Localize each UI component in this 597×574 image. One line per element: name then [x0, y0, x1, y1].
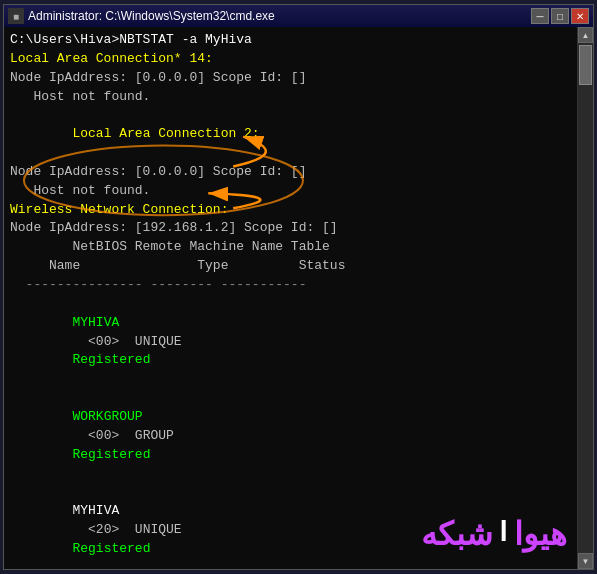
- window-title: Administrator: C:\Windows\System32\cmd.e…: [28, 9, 275, 23]
- maximize-button[interactable]: □: [551, 8, 569, 24]
- watermark-latin: هیوا: [514, 511, 567, 557]
- close-button[interactable]: ✕: [571, 8, 589, 24]
- scrollbar[interactable]: ▲ ▼: [577, 27, 593, 569]
- scroll-down-button[interactable]: ▼: [578, 553, 593, 569]
- scroll-thumb[interactable]: [579, 45, 592, 85]
- title-bar: ■ Administrator: C:\Windows\System32\cmd…: [4, 5, 593, 27]
- watermark: شبکه ا هیوا: [421, 511, 567, 557]
- watermark-separator: ا: [495, 514, 512, 555]
- scroll-track[interactable]: [578, 43, 593, 553]
- cmd-window: ■ Administrator: C:\Windows\System32\cmd…: [3, 4, 594, 570]
- terminal[interactable]: C:\Users\Hiva>NBTSTAT -a MyHiva Local Ar…: [4, 27, 577, 569]
- title-bar-buttons: ─ □ ✕: [531, 8, 589, 24]
- window-icon: ■: [8, 8, 24, 24]
- content-area: C:\Users\Hiva>NBTSTAT -a MyHiva Local Ar…: [4, 27, 593, 569]
- title-bar-left: ■ Administrator: C:\Windows\System32\cmd…: [8, 8, 275, 24]
- minimize-button[interactable]: ─: [531, 8, 549, 24]
- scroll-up-button[interactable]: ▲: [578, 27, 593, 43]
- watermark-arabic: شبکه: [421, 511, 493, 557]
